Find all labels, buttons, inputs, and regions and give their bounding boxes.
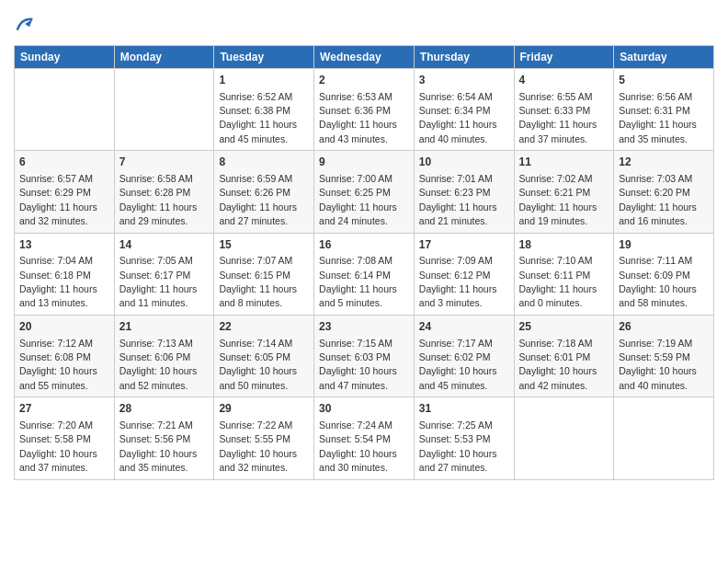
calendar-cell: 9 Sunrise: 7:00 AM Sunset: 6:25 PM Dayli… xyxy=(314,151,415,233)
week-row-3: 13 Sunrise: 7:04 AM Sunset: 6:18 PM Dayl… xyxy=(15,233,714,315)
day-number: 14 xyxy=(119,237,210,253)
calendar-cell: 1 Sunrise: 6:52 AM Sunset: 6:38 PM Dayli… xyxy=(214,68,314,150)
calendar-cell: 2 Sunrise: 6:53 AM Sunset: 6:36 PM Dayli… xyxy=(314,68,415,150)
calendar-cell: 31 Sunrise: 7:25 AM Sunset: 5:53 PM Dayl… xyxy=(414,397,514,479)
week-row-5: 27 Sunrise: 7:20 AM Sunset: 5:58 PM Dayl… xyxy=(15,397,714,479)
day-info: Sunrise: 7:19 AM Sunset: 5:59 PM Dayligh… xyxy=(619,338,697,391)
day-info: Sunrise: 7:15 AM Sunset: 6:03 PM Dayligh… xyxy=(319,338,397,391)
calendar-cell: 20 Sunrise: 7:12 AM Sunset: 6:08 PM Dayl… xyxy=(15,315,115,396)
day-info: Sunrise: 7:18 AM Sunset: 6:01 PM Dayligh… xyxy=(519,338,597,391)
weekday-header-row: SundayMondayTuesdayWednesdayThursdayFrid… xyxy=(15,45,714,68)
weekday-header-monday: Monday xyxy=(114,45,214,68)
day-number: 24 xyxy=(419,319,509,335)
calendar-cell: 28 Sunrise: 7:21 AM Sunset: 5:56 PM Dayl… xyxy=(114,397,214,479)
calendar-cell: 15 Sunrise: 7:07 AM Sunset: 6:15 PM Dayl… xyxy=(214,233,314,315)
day-info: Sunrise: 6:59 AM Sunset: 6:26 PM Dayligh… xyxy=(219,173,297,226)
calendar-cell: 29 Sunrise: 7:22 AM Sunset: 5:55 PM Dayl… xyxy=(214,397,314,479)
day-number: 16 xyxy=(319,237,409,253)
calendar-cell: 14 Sunrise: 7:05 AM Sunset: 6:17 PM Dayl… xyxy=(114,233,214,315)
day-number: 10 xyxy=(419,155,509,170)
day-number: 5 xyxy=(619,73,709,88)
day-info: Sunrise: 6:57 AM Sunset: 6:29 PM Dayligh… xyxy=(19,173,97,226)
day-number: 28 xyxy=(119,401,210,417)
day-info: Sunrise: 7:13 AM Sunset: 6:06 PM Dayligh… xyxy=(119,338,198,391)
day-number: 13 xyxy=(19,237,109,253)
day-number: 7 xyxy=(119,155,210,170)
day-number: 26 xyxy=(619,319,709,335)
day-info: Sunrise: 7:09 AM Sunset: 6:12 PM Dayligh… xyxy=(419,255,497,308)
day-info: Sunrise: 7:10 AM Sunset: 6:11 PM Dayligh… xyxy=(519,255,597,308)
day-number: 27 xyxy=(19,401,109,417)
calendar-cell: 22 Sunrise: 7:14 AM Sunset: 6:05 PM Dayl… xyxy=(214,315,314,396)
day-number: 15 xyxy=(219,237,309,253)
day-number: 4 xyxy=(519,73,609,88)
calendar-cell xyxy=(15,68,115,150)
day-info: Sunrise: 7:12 AM Sunset: 6:08 PM Dayligh… xyxy=(19,338,97,391)
calendar-body: 1 Sunrise: 6:52 AM Sunset: 6:38 PM Dayli… xyxy=(15,68,714,479)
calendar-cell: 26 Sunrise: 7:19 AM Sunset: 5:59 PM Dayl… xyxy=(614,315,714,396)
calendar-cell: 13 Sunrise: 7:04 AM Sunset: 6:18 PM Dayl… xyxy=(15,233,115,315)
weekday-header-friday: Friday xyxy=(514,45,614,68)
day-number: 8 xyxy=(219,155,309,170)
calendar-cell: 18 Sunrise: 7:10 AM Sunset: 6:11 PM Dayl… xyxy=(514,233,614,315)
header xyxy=(14,9,714,38)
calendar-cell: 24 Sunrise: 7:17 AM Sunset: 6:02 PM Dayl… xyxy=(414,315,514,396)
logo xyxy=(14,15,34,38)
day-number: 19 xyxy=(619,237,709,253)
day-info: Sunrise: 7:02 AM Sunset: 6:21 PM Dayligh… xyxy=(519,173,597,226)
day-info: Sunrise: 7:01 AM Sunset: 6:23 PM Dayligh… xyxy=(419,173,497,226)
day-number: 3 xyxy=(419,73,509,88)
day-info: Sunrise: 7:00 AM Sunset: 6:25 PM Dayligh… xyxy=(319,173,397,226)
day-number: 23 xyxy=(319,319,409,335)
day-number: 29 xyxy=(219,401,309,417)
day-info: Sunrise: 7:11 AM Sunset: 6:09 PM Dayligh… xyxy=(619,255,697,308)
calendar-cell: 7 Sunrise: 6:58 AM Sunset: 6:28 PM Dayli… xyxy=(114,151,214,233)
calendar-cell xyxy=(614,397,714,479)
day-info: Sunrise: 6:56 AM Sunset: 6:31 PM Dayligh… xyxy=(619,91,697,144)
day-info: Sunrise: 7:14 AM Sunset: 6:05 PM Dayligh… xyxy=(219,338,297,391)
day-info: Sunrise: 6:53 AM Sunset: 6:36 PM Dayligh… xyxy=(319,91,397,144)
day-number: 11 xyxy=(519,155,609,170)
calendar-cell: 12 Sunrise: 7:03 AM Sunset: 6:20 PM Dayl… xyxy=(614,151,714,233)
day-number: 1 xyxy=(219,73,309,88)
day-info: Sunrise: 7:07 AM Sunset: 6:15 PM Dayligh… xyxy=(219,255,297,308)
day-number: 25 xyxy=(519,319,609,335)
day-info: Sunrise: 6:55 AM Sunset: 6:33 PM Dayligh… xyxy=(519,91,597,144)
weekday-header-tuesday: Tuesday xyxy=(214,45,314,68)
day-number: 9 xyxy=(319,155,409,170)
day-number: 21 xyxy=(119,319,210,335)
calendar-cell: 6 Sunrise: 6:57 AM Sunset: 6:29 PM Dayli… xyxy=(15,151,115,233)
weekday-header-thursday: Thursday xyxy=(414,45,514,68)
day-info: Sunrise: 7:22 AM Sunset: 5:55 PM Dayligh… xyxy=(219,419,297,473)
calendar-cell: 21 Sunrise: 7:13 AM Sunset: 6:06 PM Dayl… xyxy=(114,315,214,396)
calendar-cell: 23 Sunrise: 7:15 AM Sunset: 6:03 PM Dayl… xyxy=(314,315,415,396)
day-info: Sunrise: 7:04 AM Sunset: 6:18 PM Dayligh… xyxy=(19,255,97,308)
calendar-cell: 8 Sunrise: 6:59 AM Sunset: 6:26 PM Dayli… xyxy=(214,151,314,233)
day-number: 31 xyxy=(419,401,509,417)
day-info: Sunrise: 7:24 AM Sunset: 5:54 PM Dayligh… xyxy=(319,419,397,473)
day-info: Sunrise: 6:54 AM Sunset: 6:34 PM Dayligh… xyxy=(419,91,497,144)
calendar-cell xyxy=(514,397,614,479)
day-info: Sunrise: 6:52 AM Sunset: 6:38 PM Dayligh… xyxy=(219,91,297,144)
day-number: 17 xyxy=(419,237,509,253)
day-info: Sunrise: 6:58 AM Sunset: 6:28 PM Dayligh… xyxy=(119,173,198,226)
calendar-cell: 27 Sunrise: 7:20 AM Sunset: 5:58 PM Dayl… xyxy=(15,397,115,479)
calendar-cell: 25 Sunrise: 7:18 AM Sunset: 6:01 PM Dayl… xyxy=(514,315,614,396)
weekday-header-wednesday: Wednesday xyxy=(314,45,415,68)
week-row-2: 6 Sunrise: 6:57 AM Sunset: 6:29 PM Dayli… xyxy=(15,151,714,233)
day-info: Sunrise: 7:20 AM Sunset: 5:58 PM Dayligh… xyxy=(19,419,97,473)
day-number: 18 xyxy=(519,237,609,253)
weekday-header-sunday: Sunday xyxy=(15,45,115,68)
calendar-cell: 5 Sunrise: 6:56 AM Sunset: 6:31 PM Dayli… xyxy=(614,68,714,150)
calendar-cell: 4 Sunrise: 6:55 AM Sunset: 6:33 PM Dayli… xyxy=(514,68,614,150)
calendar-cell: 16 Sunrise: 7:08 AM Sunset: 6:14 PM Dayl… xyxy=(314,233,415,315)
calendar-cell: 3 Sunrise: 6:54 AM Sunset: 6:34 PM Dayli… xyxy=(414,68,514,150)
day-info: Sunrise: 7:03 AM Sunset: 6:20 PM Dayligh… xyxy=(619,173,697,226)
day-info: Sunrise: 7:08 AM Sunset: 6:14 PM Dayligh… xyxy=(319,255,397,308)
week-row-4: 20 Sunrise: 7:12 AM Sunset: 6:08 PM Dayl… xyxy=(15,315,714,396)
day-number: 20 xyxy=(19,319,109,335)
day-number: 6 xyxy=(19,155,109,170)
day-number: 12 xyxy=(619,155,709,170)
calendar-cell: 10 Sunrise: 7:01 AM Sunset: 6:23 PM Dayl… xyxy=(414,151,514,233)
day-number: 30 xyxy=(319,401,409,417)
